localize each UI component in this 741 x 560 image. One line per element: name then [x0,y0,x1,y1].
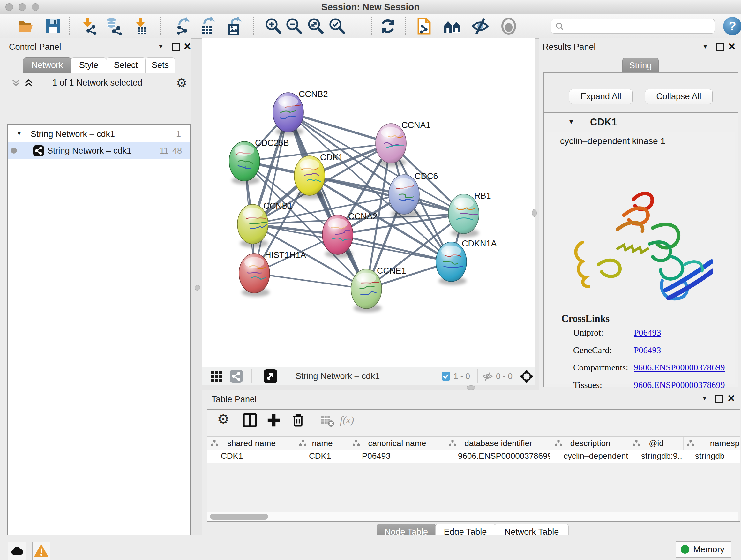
refresh-icon[interactable] [379,17,397,35]
network-view-title: String Network – cdk1 [295,368,380,385]
node-gloss-highlight [441,246,461,256]
tab-string[interactable]: String [622,58,659,73]
control-panel-float-button[interactable] [170,41,181,52]
open-session-folder-icon[interactable] [17,17,35,35]
network-options-gear-icon[interactable]: ⚙ [176,77,187,89]
zoom-out-icon[interactable] [285,17,303,35]
table-panel-float-button[interactable] [714,393,725,403]
network-edge[interactable] [254,273,366,289]
control-panel-menu-button[interactable]: ▼ [155,41,166,52]
table-cell[interactable]: P06493 [348,449,445,462]
import-table-icon[interactable] [132,17,150,35]
expand-all-button[interactable]: Expand All [569,89,633,104]
cloud-button[interactable] [8,542,26,560]
show-eye-icon[interactable] [500,17,518,35]
network-graph[interactable]: CCNB2CCNA1CDC25BCDK1CDC6RB1CCNB1CCNA2CDK… [202,38,536,367]
share-network-icon[interactable] [230,370,243,383]
add-column-plus-icon[interactable] [266,413,282,428]
open-in-window-icon[interactable] [264,369,277,383]
table-cell[interactable]: cyclin–dependent ... [550,449,628,462]
column-header-shared-name[interactable]: shared name [207,437,295,449]
table-cell[interactable]: stringdb:9... [628,449,682,462]
warnings-button[interactable] [32,542,51,560]
column-header-namespace[interactable]: namespace [683,437,740,449]
expand-networks-icon[interactable] [23,78,34,89]
import-network-icon[interactable] [80,17,98,35]
zoom-in-icon[interactable] [265,17,282,35]
network-edge[interactable] [254,112,288,273]
table-row[interactable]: CDK1CDK1P064939606.ENSP00000378699cyclin… [207,449,740,462]
right-splitter-handle[interactable] [532,209,537,217]
hide-eye-icon[interactable] [471,17,489,35]
network-edge-count: 48 [172,146,182,156]
delete-column-trash-icon[interactable] [291,413,306,428]
memory-status-button[interactable]: Memory [676,541,731,558]
crosslink-value-link[interactable]: P06493 [634,327,661,338]
column-header-name[interactable]: name [295,437,349,449]
search-input[interactable] [568,20,710,32]
column-header-label: @id [649,438,664,448]
table-cell[interactable]: 9606.ENSP00000378699 [445,449,550,462]
results-panel-menu-button[interactable]: ▼ [700,41,711,52]
network-edge[interactable] [288,112,366,289]
show-columns-icon[interactable] [243,413,258,428]
collapse-all-button[interactable]: Collapse All [645,89,713,104]
tab-select[interactable]: Select [106,57,146,73]
tab-style[interactable]: Style [71,57,107,73]
table-cell[interactable]: CDK1 [207,449,295,462]
column-header-canonical-name[interactable]: canonical name [349,437,445,449]
zoom-fit-icon[interactable] [307,17,325,35]
network-edge[interactable] [288,112,391,143]
column-header-description[interactable]: description [551,437,629,449]
column-header-database-identifier[interactable]: database identifier [445,437,551,449]
export-image-icon[interactable] [225,17,243,35]
table-horizontal-scrollbar[interactable] [207,512,738,521]
crosslinks-title: CrossLinks [561,313,610,324]
table-options-gear-icon[interactable]: ⚙ [217,413,232,428]
crosslink-value-link[interactable]: P06493 [634,345,661,355]
save-session-floppy-icon[interactable] [44,17,62,35]
document-network-icon[interactable] [415,17,433,35]
table-panel-menu-button[interactable]: ▼ [699,393,710,403]
table-panel-close-button[interactable]: × [726,393,737,404]
export-table-icon[interactable] [199,17,216,35]
scrollbar-thumb[interactable] [210,514,268,520]
table-cell[interactable]: CDK1 [295,449,348,462]
tab-network[interactable]: Network [23,57,71,73]
node-gloss-highlight [300,159,320,170]
network-collection-row[interactable]: ▼ String Network – cdk1 1 [8,127,190,142]
collapse-all-networks-icon[interactable] [11,78,21,89]
float-icon [716,43,724,51]
double-home-icon[interactable] [444,17,461,35]
crosslink-row: Uniprot:P06493 [544,327,738,345]
network-row-selected[interactable]: String Network – cdk1 11 48 [8,142,190,159]
birdseye-crosshair-icon[interactable] [520,370,533,384]
selected-checkbox-icon[interactable] [442,372,450,381]
gene-section-header[interactable]: ▼ CDK1 [544,113,738,132]
grid-view-icon[interactable] [211,370,223,384]
help-button[interactable]: ? [723,17,741,36]
control-panel-close-button[interactable]: × [182,42,193,52]
crosslink-value-link[interactable]: 9606.ENSP00000378699 [634,380,725,390]
close-icon: × [184,40,191,53]
section-collapse-icon[interactable]: ▼ [568,118,575,126]
crosslink-value-link[interactable]: 9606.ENSP00000378699 [634,362,725,373]
results-panel-close-button[interactable]: × [726,42,737,52]
left-splitter-handle[interactable] [195,285,200,291]
zoom-selected-icon[interactable] [328,17,346,35]
collection-expand-icon[interactable]: ▼ [16,130,22,137]
status-bar: Memory [0,535,741,560]
protein-structure-image [569,185,713,303]
selected-node-edge-counts: 1 - 0 [454,368,470,385]
table-cell[interactable]: stringdb [682,449,740,462]
delete-table-icon [320,413,335,428]
collection-label: String Network – cdk1 [30,129,115,139]
bottom-splitter-handle[interactable] [467,385,475,390]
column-header--id[interactable]: @id [629,437,683,449]
node-gloss-highlight [234,145,254,156]
search-field[interactable] [551,19,715,34]
export-network-icon[interactable] [174,17,192,35]
import-network-database-icon[interactable] [105,17,123,35]
tab-sets[interactable]: Sets [145,57,175,73]
results-panel-float-button[interactable] [715,41,725,52]
